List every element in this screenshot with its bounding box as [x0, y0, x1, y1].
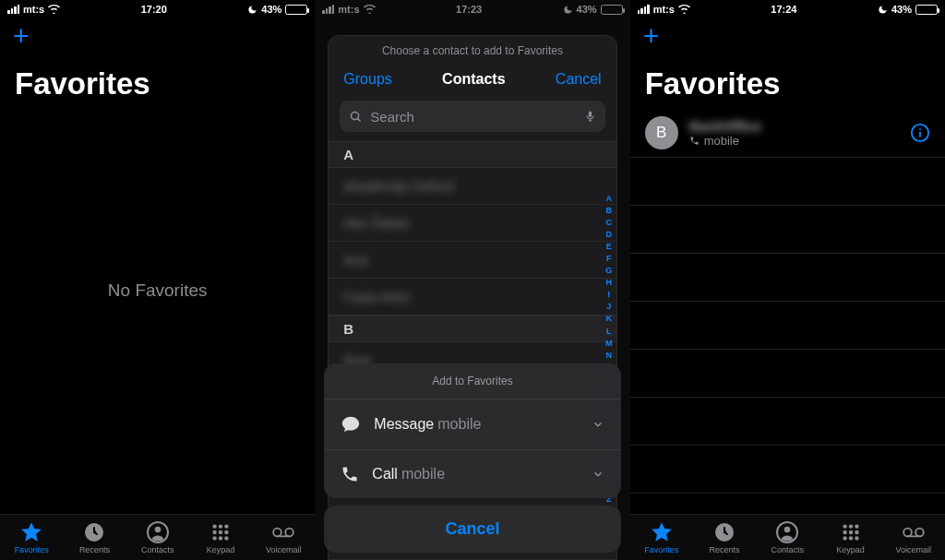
svg-point-4: [219, 524, 222, 528]
svg-point-11: [224, 536, 228, 540]
tab-favorites[interactable]: Favorites: [630, 515, 693, 560]
contact-row[interactable]: Akademija Oxford: [329, 168, 616, 205]
signal-icon: [638, 5, 650, 14]
tab-label: Contacts: [772, 545, 805, 554]
tab-keypad[interactable]: Keypad: [819, 515, 881, 560]
svg-point-9: [212, 536, 216, 540]
battery-icon: [285, 5, 307, 15]
person-icon: [775, 520, 799, 544]
tab-label: Voicemail: [266, 545, 302, 554]
svg-point-24: [843, 524, 846, 528]
tab-voicemail[interactable]: Voicemail: [252, 515, 315, 560]
empty-row: [630, 206, 945, 254]
tab-label: Favorites: [15, 545, 49, 554]
svg-point-33: [903, 529, 912, 537]
tab-label: Favorites: [644, 545, 678, 554]
svg-point-34: [915, 529, 924, 537]
screen-favorites-with-item: mt:s 17:24 43% + Favorites B BackOffice …: [630, 0, 945, 560]
status-bar: mt:s 17:20 43%: [0, 0, 315, 18]
search-field[interactable]: [340, 101, 604, 132]
sheet-title: Contacts: [442, 71, 505, 88]
sheet-cancel-button[interactable]: Cancel: [556, 71, 602, 88]
svg-point-3: [212, 524, 216, 528]
carrier-label: mt:s: [23, 4, 44, 15]
action-sub: mobile: [401, 466, 445, 482]
add-favorite-button[interactable]: +: [0, 18, 42, 54]
empty-row: [630, 302, 945, 350]
svg-rect-17: [589, 112, 592, 118]
action-label: Call: [372, 466, 398, 482]
tab-label: Contacts: [141, 545, 174, 554]
tab-recents[interactable]: Recents: [693, 515, 756, 560]
page-title: Favorites: [0, 54, 315, 101]
search-input[interactable]: [370, 109, 576, 125]
empty-row: [630, 398, 945, 446]
svg-line-16: [358, 118, 361, 121]
phone-icon: [341, 465, 359, 483]
svg-point-27: [843, 530, 846, 534]
groups-button[interactable]: Groups: [343, 71, 391, 88]
action-message[interactable]: Messagemobile: [324, 399, 620, 450]
svg-point-20: [919, 128, 921, 130]
tab-recents[interactable]: Recents: [63, 515, 126, 560]
tab-label: Voicemail: [896, 545, 932, 554]
action-call[interactable]: Callmobile: [324, 450, 620, 498]
chevron-down-icon: [592, 468, 604, 481]
screen-contact-picker: mt:s 17:23 43% Choose a contact to add t…: [315, 0, 629, 560]
carrier-label: mt:s: [653, 4, 675, 15]
svg-point-23: [784, 527, 791, 533]
tab-contacts[interactable]: Contacts: [756, 515, 819, 560]
svg-point-12: [273, 529, 281, 537]
action-sheet-title: Add to Favorites: [324, 363, 620, 399]
section-header-A: A: [329, 141, 616, 168]
svg-point-7: [219, 530, 222, 534]
tab-contacts[interactable]: Contacts: [126, 515, 189, 560]
keypad-icon: [209, 520, 233, 544]
moon-icon: [247, 5, 257, 15]
action-label: Message: [374, 416, 434, 432]
empty-row: [630, 158, 945, 206]
clock-icon: [82, 520, 106, 544]
tab-favorites[interactable]: Favorites: [0, 515, 63, 560]
favorite-name: BackOffice: [689, 118, 761, 134]
message-icon: [341, 414, 361, 435]
svg-point-28: [848, 530, 852, 534]
tab-label: Keypad: [207, 545, 235, 554]
contact-row[interactable]: Ako Šabac: [329, 205, 616, 242]
moon-icon: [878, 5, 888, 15]
contact-row[interactable]: Ana: [329, 242, 616, 279]
mic-icon[interactable]: [584, 108, 596, 125]
search-icon: [349, 110, 363, 124]
tab-label: Keypad: [836, 545, 865, 554]
svg-point-31: [848, 536, 852, 540]
svg-point-29: [855, 530, 858, 534]
empty-row: [630, 446, 945, 494]
avatar: B: [645, 116, 678, 149]
empty-state-text: No Favorites: [0, 280, 315, 301]
info-button[interactable]: [910, 123, 930, 143]
wifi-icon: [678, 5, 690, 14]
add-favorite-button[interactable]: +: [630, 18, 673, 54]
svg-point-5: [224, 524, 228, 528]
wifi-icon: [48, 5, 60, 14]
favorite-row[interactable]: B BackOffice mobile: [630, 109, 945, 158]
svg-point-15: [352, 112, 359, 119]
battery-icon: [915, 5, 938, 15]
empty-row: [630, 254, 945, 302]
tab-voicemail[interactable]: Voicemail: [882, 515, 945, 560]
action-sheet-cancel[interactable]: Cancel: [324, 506, 620, 553]
status-bar: mt:s 17:24 43%: [630, 0, 945, 18]
signal-icon: [7, 5, 19, 14]
svg-point-6: [212, 530, 216, 534]
screen-favorites-empty: mt:s 17:20 43% + Favorites No Favorites …: [0, 0, 315, 560]
tab-keypad[interactable]: Keypad: [189, 515, 252, 560]
action-sheet: Add to Favorites Messagemobile Callmobil…: [324, 363, 620, 553]
phone-icon: [689, 136, 700, 146]
keypad-icon: [839, 520, 863, 544]
svg-point-10: [219, 536, 222, 540]
contact-row[interactable]: Cepa Antic: [329, 279, 616, 316]
battery-pct: 43%: [261, 4, 281, 15]
clock-icon: [712, 520, 736, 544]
chevron-down-icon: [592, 418, 604, 431]
svg-point-8: [224, 530, 228, 534]
